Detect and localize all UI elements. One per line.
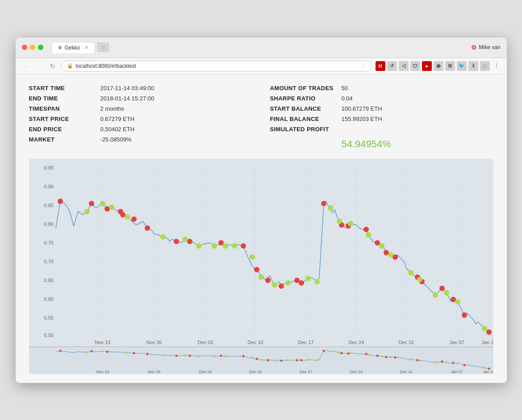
extension-h-icon[interactable]: H [376,61,385,71]
bookmark-icon[interactable]: ☆ [360,62,366,70]
svg-point-83 [314,279,320,284]
svg-point-103 [188,354,191,357]
active-tab[interactable]: ⚙ Gekko ✕ [51,42,96,53]
stat-value-end-price: 0.50402 ETH [100,126,135,133]
extension-pocket-icon[interactable]: ◁ [399,61,409,71]
svg-point-75 [212,243,217,249]
svg-text:0.85: 0.85 [44,203,53,208]
svg-point-91 [417,277,422,282]
svg-point-59 [375,240,380,245]
close-button[interactable] [22,45,27,50]
back-button[interactable]: ← [21,61,31,71]
stat-value-market: -25.08509% [100,136,132,143]
svg-point-101 [146,353,148,355]
stat-start-price: START PRICE 0.67279 ETH [29,114,252,124]
stat-value-timespan: 2 months [100,105,124,112]
svg-point-67 [486,329,492,335]
svg-text:0.60: 0.60 [44,296,53,302]
stat-start-time: START TIME 2017-11-14 03:49:00 [29,83,252,93]
svg-point-116 [385,356,387,358]
svg-point-113 [347,352,349,354]
svg-point-139 [349,352,351,354]
traffic-lights [22,45,43,50]
extension-box-icon[interactable]: □ [480,61,490,71]
svg-text:Jan 07: Jan 07 [449,340,464,345]
svg-text:0.70: 0.70 [44,259,53,264]
new-tab-button[interactable]: □ [97,42,109,52]
svg-point-74 [196,243,201,249]
stat-value-start-time: 2017-11-14 03:49:00 [100,85,155,91]
svg-point-81 [285,280,291,286]
refresh-button[interactable]: ↻ [48,61,58,71]
stat-start-balance: START BALANCE 100.67279 ETH [270,104,493,113]
svg-point-129 [213,355,215,357]
svg-point-100 [133,352,135,354]
svg-point-50 [254,267,259,272]
extension-grid-icon[interactable]: ⊞ [445,61,455,71]
svg-point-40 [89,201,94,206]
stat-value-end-time: 2018-01-14 15:27:00 [100,95,155,102]
svg-text:Nov 26: Nov 26 [146,340,162,345]
extension-info-icon[interactable]: ℹ [468,61,478,71]
chart-container: 0.95 0.90 0.85 0.80 0.75 0.70 0.65 0.60 … [29,159,493,374]
svg-point-124 [101,350,104,352]
address-bar: ← → ↻ 🔒 localhost:8080/#/backtest ☆ H ↺ … [16,58,507,75]
svg-point-54 [299,280,304,286]
stat-label-start-time: START TIME [29,85,100,91]
svg-point-133 [273,359,276,362]
stat-label-amount-trades: AMOUNT OF TRADES [270,85,342,91]
stat-label-final-balance: FINAL BALANCE [270,116,342,122]
user-area: ⚙ Mike van [471,44,500,51]
svg-point-118 [416,359,418,361]
svg-text:0.65: 0.65 [44,278,53,283]
svg-point-98 [90,350,92,352]
svg-point-80 [272,282,277,287]
extension-red-icon[interactable]: ● [422,61,432,71]
svg-text:0.75: 0.75 [44,240,53,245]
extension-circle-icon[interactable]: ◉ [434,61,443,71]
svg-point-125 [126,351,128,353]
svg-point-137 [329,350,331,352]
svg-text:0.90: 0.90 [44,184,53,189]
svg-text:0.80: 0.80 [44,221,53,227]
stat-timespan: TIMESPAN 2 months [29,104,252,113]
svg-point-121 [463,364,465,366]
stat-sharpe: SHARPE RATIO 0.04 [270,94,493,103]
stat-end-price: END PRICE 0.50402 ETH [29,125,252,134]
minimize-button[interactable] [30,45,35,50]
svg-point-145 [434,361,436,363]
stat-label-timespan: TIMESPAN [29,105,100,112]
extension-shield-icon[interactable]: 🛡 [410,61,420,71]
svg-point-55 [321,201,326,206]
stat-final-balance: FINAL BALANCE 155.99203 ETH [270,114,493,124]
svg-point-120 [452,362,454,364]
svg-text:0.55: 0.55 [44,315,53,320]
svg-point-49 [241,243,246,249]
svg-point-109 [296,359,298,361]
svg-point-44 [131,216,137,222]
stat-value-sharpe: 0.04 [342,95,353,102]
stat-amount-trades: AMOUNT OF TRADES 50 [270,83,493,93]
stat-label-start-price: START PRICE [29,116,100,122]
svg-point-108 [280,359,282,362]
svg-text:Dec 24: Dec 24 [348,340,364,345]
maximize-button[interactable] [38,45,43,50]
svg-point-84 [328,205,333,211]
forward-button[interactable]: → [34,61,44,71]
main-chart: 0.95 0.90 0.85 0.80 0.75 0.70 0.65 0.60 … [29,159,493,346]
svg-point-94 [455,299,460,304]
svg-point-70 [109,204,114,210]
stats-right-col: AMOUNT OF TRADES 50 SHARPE RATIO 0.04 ST… [270,83,493,150]
stats-left-col: START TIME 2017-11-14 03:49:00 END TIME … [29,83,252,150]
svg-point-111 [322,349,325,352]
address-input[interactable]: 🔒 localhost:8080/#/backtest ☆ [61,61,372,71]
extension-refresh-icon[interactable]: ↺ [387,61,397,71]
svg-point-115 [376,354,378,357]
content-area: START TIME 2017-11-14 03:49:00 END TIME … [16,75,507,383]
svg-rect-0 [29,159,493,346]
svg-point-130 [224,355,226,357]
extension-twitter-icon[interactable]: 🐦 [457,61,467,71]
svg-point-138 [338,351,340,353]
tab-close-icon[interactable]: ✕ [84,45,88,50]
menu-icon[interactable]: ⋮ [492,61,501,71]
